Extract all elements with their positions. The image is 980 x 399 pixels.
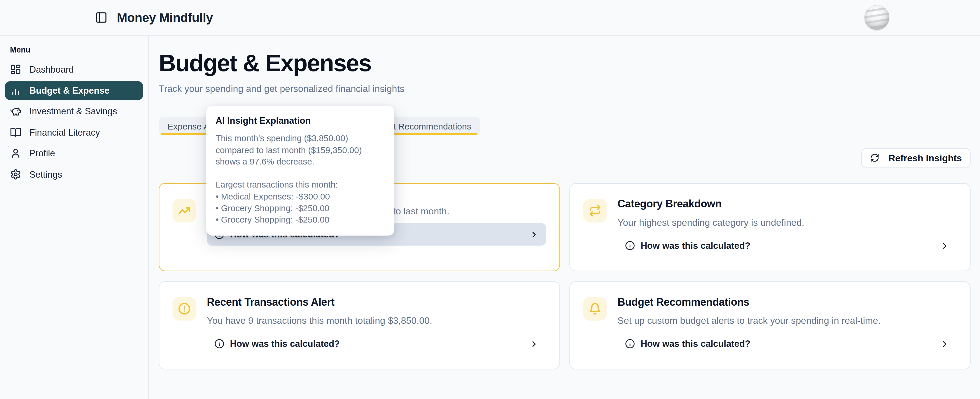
how-calculated-label: How was this calculated? bbox=[230, 339, 340, 348]
insight-card-category-breakdown[interactable]: Category Breakdown Your highest spending… bbox=[570, 183, 970, 271]
piggy-bank-icon bbox=[10, 106, 21, 117]
chevron-right-icon bbox=[940, 339, 950, 348]
how-calculated-button[interactable]: How was this calculated? bbox=[617, 332, 957, 355]
sidebar-item-investment-savings[interactable]: Investment & Savings bbox=[5, 102, 143, 121]
card-title: Budget Recommendations bbox=[617, 297, 957, 308]
card-title: Recent Transactions Alert bbox=[207, 297, 546, 308]
how-calculated-label: How was this calculated? bbox=[641, 241, 750, 251]
bar-chart-icon bbox=[10, 84, 21, 96]
how-calculated-button[interactable]: How was this calculated? bbox=[617, 235, 957, 257]
sidebar-item-label: Investment & Savings bbox=[29, 106, 117, 116]
alert-circle-icon bbox=[172, 297, 196, 321]
sidebar-item-label: Budget & Expense bbox=[29, 86, 110, 95]
sidebar-toggle-button[interactable] bbox=[94, 11, 108, 24]
dashboard-icon bbox=[10, 64, 21, 75]
gear-icon bbox=[10, 169, 21, 180]
page-title: Budget & Expenses bbox=[159, 50, 371, 77]
page-subtitle: Track your spending and get personalized… bbox=[159, 83, 404, 94]
sidebar-item-label: Profile bbox=[29, 148, 55, 158]
sidebar-item-budget-expense[interactable]: Budget & Expense bbox=[5, 81, 143, 100]
how-calculated-button[interactable]: How was this calculated? bbox=[207, 332, 546, 355]
menu-section-label: Menu bbox=[10, 46, 143, 54]
app-window: Money Mindfully Menu Dashboard Budget & … bbox=[0, 0, 980, 399]
info-icon bbox=[625, 241, 635, 251]
ai-insight-tooltip: AI Insight Explanation This month's spen… bbox=[206, 106, 395, 236]
insight-card-recent-transactions[interactable]: Recent Transactions Alert You have 9 tra… bbox=[159, 281, 560, 369]
sidebar: Menu Dashboard Budget & Expense Investme… bbox=[0, 36, 149, 399]
repeat-icon bbox=[583, 199, 607, 222]
tooltip-title: AI Insight Explanation bbox=[216, 116, 385, 126]
book-open-icon bbox=[10, 127, 21, 138]
card-description: Set up custom budget alerts to track you… bbox=[617, 316, 957, 325]
card-description: You have 9 transactions this month total… bbox=[207, 316, 546, 325]
chevron-right-icon bbox=[530, 339, 539, 348]
insight-card-budget-recommendations[interactable]: Budget Recommendations Set up custom bud… bbox=[570, 281, 970, 369]
card-description: Your highest spending category is undefi… bbox=[617, 218, 957, 227]
sidebar-item-dashboard[interactable]: Dashboard bbox=[5, 60, 143, 79]
info-icon bbox=[215, 339, 224, 348]
avatar[interactable] bbox=[864, 5, 889, 30]
sidebar-item-label: Settings bbox=[29, 169, 62, 179]
card-title: Category Breakdown bbox=[617, 199, 957, 210]
refresh-icon bbox=[870, 153, 880, 162]
user-icon bbox=[10, 148, 21, 159]
trending-up-icon bbox=[172, 199, 196, 222]
refresh-insights-button[interactable]: Refresh Insights bbox=[862, 148, 970, 167]
sidebar-item-financial-literacy[interactable]: Financial Literacy bbox=[5, 123, 143, 141]
refresh-insights-label: Refresh Insights bbox=[888, 153, 962, 163]
sidebar-item-label: Financial Literacy bbox=[29, 127, 100, 137]
sidebar-item-settings[interactable]: Settings bbox=[5, 165, 143, 183]
info-icon bbox=[625, 339, 635, 348]
how-calculated-label: How was this calculated? bbox=[641, 339, 750, 348]
tooltip-body: This month's spending ($3,850.00) compar… bbox=[216, 133, 385, 226]
sidebar-item-label: Dashboard bbox=[29, 64, 74, 75]
bell-icon bbox=[583, 297, 607, 321]
top-header: Money Mindfully bbox=[0, 0, 980, 36]
app-title: Money Mindfully bbox=[117, 10, 213, 24]
sidebar-item-profile[interactable]: Profile bbox=[5, 144, 143, 162]
chevron-right-icon bbox=[530, 230, 539, 239]
panel-left-icon bbox=[95, 11, 108, 24]
chevron-right-icon bbox=[940, 241, 950, 250]
